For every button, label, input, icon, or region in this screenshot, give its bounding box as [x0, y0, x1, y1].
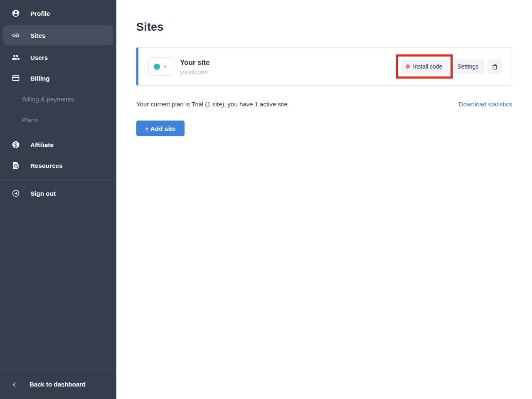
page-title: Sites [136, 21, 512, 34]
download-statistics-link[interactable]: Download statistics [459, 101, 512, 108]
sidebar-item-sites[interactable]: Sites [3, 25, 113, 45]
sidebar-item-affiliate[interactable]: Affiliate [0, 134, 116, 155]
back-chevron-icon [12, 382, 17, 387]
plan-text: Your current plan is Trial (1 site), you… [136, 101, 288, 108]
sidebar-item-label: Sign out [30, 190, 56, 197]
sidebar-item-label: Profile [30, 10, 50, 17]
sidebar-item-label: Billing & payments [22, 96, 74, 103]
sidebar-item-plans[interactable]: Plans [0, 109, 116, 130]
plan-row: Your current plan is Trial (1 site), you… [136, 101, 512, 108]
settings-label: Settings [457, 63, 478, 70]
add-site-button[interactable]: + Add site [136, 121, 185, 136]
nav-spacer [0, 130, 116, 134]
site-meta: Your site yorsite.com [180, 59, 209, 75]
sidebar-item-profile[interactable]: Profile [0, 3, 116, 24]
users-icon [12, 53, 20, 62]
sidebar-item-label: Resources [30, 162, 63, 169]
sidebar-nav: Profile Sites Users Billing Billing & pa… [0, 0, 116, 369]
sidebar-item-label: Plans [22, 116, 38, 123]
sidebar: Profile Sites Users Billing Billing & pa… [0, 0, 116, 399]
sidebar-item-label: Affiliate [30, 141, 54, 148]
main-content: Sites Your site yorsite.com Install code… [116, 0, 532, 136]
sidebar-item-billing-payments[interactable]: Billing & payments [0, 89, 116, 109]
back-to-dashboard[interactable]: Back to dashboard [0, 369, 116, 399]
chevron-down-icon [163, 64, 168, 69]
billing-icon [12, 74, 20, 82]
site-domain: yorsite.com [180, 69, 209, 75]
sign-out-icon [12, 189, 20, 197]
resources-icon [12, 161, 20, 170]
site-status-dot [154, 64, 160, 70]
settings-button[interactable]: Settings [451, 59, 484, 74]
sites-icon [12, 31, 20, 39]
install-code-button[interactable]: Install code [401, 59, 448, 74]
sidebar-item-label: Sites [30, 32, 45, 39]
profile-icon [12, 9, 20, 17]
back-to-dashboard-label: Back to dashboard [30, 381, 86, 388]
install-code-label: Install code [413, 63, 443, 70]
site-name: Your site [180, 59, 209, 67]
sidebar-item-label: Users [30, 54, 48, 61]
sidebar-item-billing[interactable]: Billing [0, 68, 116, 89]
site-actions: Install code Settings [401, 59, 502, 74]
delete-site-button[interactable] [488, 59, 502, 74]
site-status-dropdown[interactable] [148, 57, 173, 76]
sidebar-item-label: Billing [30, 75, 50, 82]
trash-icon [491, 63, 498, 70]
affiliate-icon [12, 140, 20, 149]
sidebar-item-sign-out[interactable]: Sign out [0, 183, 116, 204]
sidebar-item-resources[interactable]: Resources [0, 155, 116, 176]
sidebar-divider [0, 179, 116, 180]
site-card: Your site yorsite.com Install code Setti… [136, 47, 512, 86]
install-code-dot [406, 64, 410, 69]
sidebar-item-users[interactable]: Users [0, 47, 116, 68]
